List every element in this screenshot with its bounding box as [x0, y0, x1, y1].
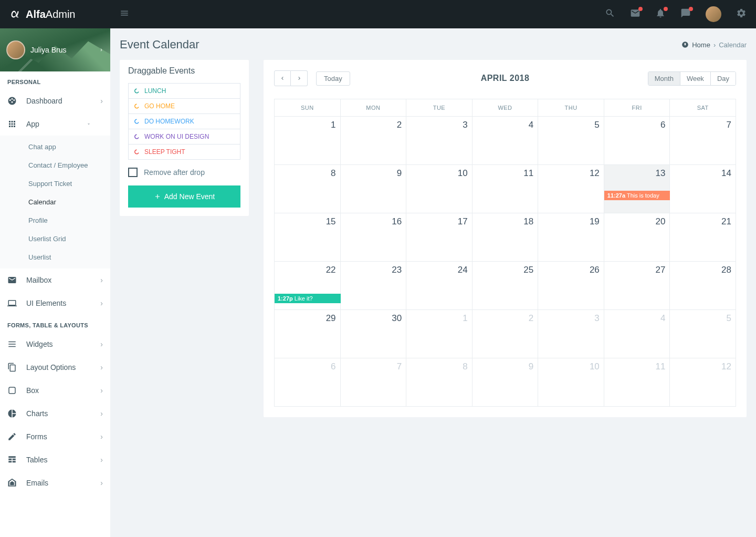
- day-cell[interactable]: 12: [670, 358, 736, 407]
- day-cell-today[interactable]: 1311:27a This is today: [604, 165, 670, 213]
- day-cell[interactable]: 11: [472, 165, 538, 213]
- prev-month-button[interactable]: [274, 70, 291, 86]
- view-month-button[interactable]: Month: [648, 72, 680, 85]
- nav-mailbox[interactable]: Mailbox›: [0, 268, 110, 292]
- day-cell[interactable]: 23: [340, 262, 406, 310]
- day-cell[interactable]: 30: [340, 310, 406, 358]
- nav-dashboard[interactable]: Dashboard›: [0, 89, 110, 112]
- nav-tables[interactable]: Tables›: [0, 448, 110, 471]
- dashboard-icon: [681, 41, 689, 48]
- draggable-event-sleep[interactable]: SLEEP TIGHT: [128, 144, 240, 160]
- day-cell[interactable]: 5: [670, 310, 736, 358]
- day-cell[interactable]: 7: [670, 117, 736, 165]
- day-cell[interactable]: 9: [340, 165, 406, 213]
- day-cell[interactable]: 3: [406, 117, 472, 165]
- day-cell[interactable]: 29: [275, 310, 341, 358]
- calendar-event[interactable]: 1:27p Like it?: [275, 294, 341, 303]
- day-cell[interactable]: 18: [472, 213, 538, 262]
- day-cell[interactable]: 7: [340, 358, 406, 407]
- nav-box[interactable]: Box›: [0, 379, 110, 402]
- today-button[interactable]: Today: [316, 71, 350, 86]
- day-cell[interactable]: 8: [406, 358, 472, 407]
- day-header: SAT: [670, 99, 736, 117]
- nav-charts[interactable]: Charts›: [0, 402, 110, 425]
- day-cell[interactable]: 10: [406, 165, 472, 213]
- day-cell[interactable]: 3: [538, 310, 604, 358]
- breadcrumb-home[interactable]: Home: [692, 41, 710, 49]
- nav-layout[interactable]: Layout Options›: [0, 356, 110, 379]
- day-cell[interactable]: 10: [538, 358, 604, 407]
- day-cell[interactable]: 4: [472, 117, 538, 165]
- nav-app[interactable]: App: [0, 112, 110, 136]
- day-cell[interactable]: 1: [275, 117, 341, 165]
- day-header: THU: [538, 99, 604, 117]
- day-cell[interactable]: 20: [604, 213, 670, 262]
- chevron-right-icon: ›: [100, 363, 103, 371]
- day-cell[interactable]: 221:27p Like it?: [275, 262, 341, 310]
- gear-icon[interactable]: [736, 8, 747, 20]
- envelope-icon: [7, 275, 17, 285]
- nav-emails[interactable]: Emails›: [0, 471, 110, 494]
- day-cell[interactable]: 11: [604, 358, 670, 407]
- chat-icon[interactable]: [680, 8, 691, 20]
- top-header: AlfaAdmin: [0, 0, 756, 28]
- badge-dot: [664, 7, 668, 11]
- day-cell[interactable]: 2: [340, 117, 406, 165]
- day-cell[interactable]: 28: [670, 262, 736, 310]
- edit-icon: [7, 432, 17, 441]
- view-week-button[interactable]: Week: [680, 72, 710, 85]
- draggable-event-lunch[interactable]: LUNCH: [128, 83, 240, 99]
- view-day-button[interactable]: Day: [710, 72, 736, 85]
- day-cell[interactable]: 6: [275, 358, 341, 407]
- day-cell[interactable]: 15: [275, 213, 341, 262]
- day-cell[interactable]: 24: [406, 262, 472, 310]
- day-cell[interactable]: 4: [604, 310, 670, 358]
- day-cell[interactable]: 8: [275, 165, 341, 213]
- day-cell[interactable]: 26: [538, 262, 604, 310]
- hand-icon: [134, 133, 140, 140]
- nav-forms[interactable]: Forms›: [0, 425, 110, 448]
- day-cell[interactable]: 19: [538, 213, 604, 262]
- day-cell[interactable]: 6: [604, 117, 670, 165]
- day-cell[interactable]: 21: [670, 213, 736, 262]
- subitem-profile[interactable]: Profile: [0, 211, 110, 230]
- draggable-event-gohome[interactable]: GO HOME: [128, 98, 240, 114]
- day-cell[interactable]: 12: [538, 165, 604, 213]
- hamburger-icon[interactable]: [120, 8, 129, 20]
- day-cell[interactable]: 27: [604, 262, 670, 310]
- day-cell[interactable]: 2: [472, 310, 538, 358]
- subitem-userlist-grid[interactable]: Userlist Grid: [0, 230, 110, 248]
- subitem-ticket[interactable]: Support Ticket: [0, 174, 110, 193]
- search-icon[interactable]: [605, 8, 615, 20]
- user-profile-section[interactable]: Juliya Brus: [0, 28, 110, 71]
- mail-icon[interactable]: [630, 8, 640, 20]
- day-cell[interactable]: 25: [472, 262, 538, 310]
- add-new-event-button[interactable]: Add New Event: [128, 185, 240, 208]
- subitem-contact[interactable]: Contact / Employee: [0, 156, 110, 174]
- bell-icon[interactable]: [655, 8, 666, 20]
- day-cell[interactable]: 1: [406, 310, 472, 358]
- day-cell[interactable]: 5: [538, 117, 604, 165]
- dashboard-icon: [7, 96, 17, 106]
- chevron-right-icon: ›: [100, 456, 103, 464]
- subitem-chat[interactable]: Chat app: [0, 138, 110, 156]
- chevron-right-icon: ›: [100, 276, 103, 284]
- next-month-button[interactable]: [291, 70, 308, 86]
- calendar-event[interactable]: 11:27a This is today: [604, 191, 670, 200]
- day-cell[interactable]: 9: [472, 358, 538, 407]
- remove-after-drop-checkbox[interactable]: [128, 168, 138, 177]
- day-cell[interactable]: 17: [406, 213, 472, 262]
- nav-ui-elements[interactable]: UI Elements›: [0, 292, 110, 315]
- subitem-calendar[interactable]: Calendar: [0, 193, 110, 211]
- envelope-open-icon: [7, 478, 17, 488]
- subitem-userlist[interactable]: Userlist: [0, 248, 110, 266]
- draggable-event-uidesign[interactable]: WORK ON UI DESIGN: [128, 129, 240, 144]
- user-avatar: [6, 40, 25, 59]
- drag-panel-title: Draggable Events: [128, 66, 240, 76]
- logo[interactable]: AlfaAdmin: [0, 7, 110, 21]
- draggable-event-homework[interactable]: DO HOMEWORK: [128, 113, 240, 129]
- day-cell[interactable]: 14: [670, 165, 736, 213]
- user-avatar-header[interactable]: [706, 6, 721, 22]
- nav-widgets[interactable]: Widgets›: [0, 333, 110, 356]
- day-cell[interactable]: 16: [340, 213, 406, 262]
